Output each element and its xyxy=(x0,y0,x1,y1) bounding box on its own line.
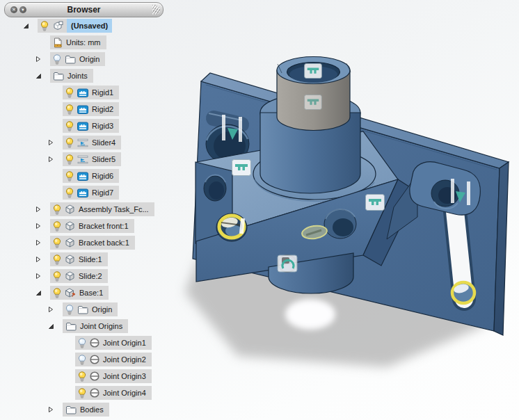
expand-triangle[interactable] xyxy=(47,405,55,414)
tree-item-label[interactable]: Rigid6 xyxy=(92,169,113,183)
browser-panel-header[interactable]: ✕ ▾ Browser xyxy=(4,2,163,17)
expand-triangle[interactable] xyxy=(47,305,55,314)
slider-joint-icon xyxy=(77,138,88,147)
expand-triangle[interactable] xyxy=(34,55,42,63)
tree-item[interactable]: Rigid1 xyxy=(63,86,119,99)
visibility-bulb-icon[interactable] xyxy=(65,305,74,315)
visibility-bulb-icon[interactable] xyxy=(65,88,74,98)
design-icon xyxy=(52,21,63,31)
tree-item-label[interactable]: Base:1 xyxy=(79,286,103,300)
tree-item[interactable]: Base:1 xyxy=(50,286,109,300)
component-grounded-icon xyxy=(65,288,76,298)
tree-item-label[interactable]: Joints xyxy=(67,69,88,83)
tree-item-label[interactable]: Rigid1 xyxy=(92,86,113,99)
tree-item[interactable]: Joint Origins xyxy=(63,319,128,333)
tree-item[interactable]: Bracket front:1 xyxy=(50,219,134,233)
tree-item[interactable]: Slider4 xyxy=(63,136,121,150)
tree-item[interactable]: Rigid3 xyxy=(63,119,119,133)
tree-item-label[interactable]: Bracket front:1 xyxy=(79,219,129,233)
tree-item-label[interactable]: Rigid7 xyxy=(92,186,113,200)
visibility-bulb-icon[interactable] xyxy=(78,338,86,348)
tree-row: Base:1 xyxy=(0,284,181,301)
tree-item-label[interactable]: Slider5 xyxy=(92,152,115,166)
tree-item[interactable]: Bodies xyxy=(63,403,109,417)
tree-item[interactable]: Rigid6 xyxy=(63,169,119,183)
expand-triangle[interactable] xyxy=(34,205,42,213)
tree-item[interactable]: (Unsaved) xyxy=(38,19,112,33)
front-hole-right[interactable] xyxy=(324,209,356,239)
tree-item-label[interactable]: (Unsaved) xyxy=(67,19,112,33)
visibility-bulb-icon[interactable] xyxy=(65,154,74,165)
tree-item-label[interactable]: Joint Origin4 xyxy=(103,386,146,400)
expand-triangle[interactable] xyxy=(34,72,42,80)
visibility-bulb-icon[interactable] xyxy=(53,221,61,232)
tree-item-label[interactable]: Rigid2 xyxy=(92,102,113,116)
expand-triangle[interactable] xyxy=(47,155,55,163)
visibility-bulb-icon[interactable] xyxy=(65,138,74,148)
visibility-bulb-icon[interactable] xyxy=(53,204,61,215)
tree-item[interactable]: Joint Origin1 xyxy=(75,336,152,350)
tree-item-label[interactable]: Joint Origin3 xyxy=(103,369,146,383)
tree-item-label[interactable]: Joint Origin2 xyxy=(103,353,146,366)
tree-item-label[interactable]: Joint Origin1 xyxy=(103,336,146,350)
tree-item[interactable]: Assembly Task_Fc... xyxy=(50,202,154,216)
panel-title: Browser xyxy=(5,5,163,15)
tree-item-label[interactable]: Units: mm xyxy=(66,35,101,49)
rigid-joint-glyph-sleeve[interactable] xyxy=(305,95,322,109)
expand-triangle[interactable] xyxy=(34,272,42,280)
expand-triangle[interactable] xyxy=(34,222,42,230)
tree-item[interactable]: Slide:2 xyxy=(50,269,108,283)
tree-item-label[interactable]: Slider4 xyxy=(92,136,115,150)
tree-item-label[interactable]: Assembly Task_Fc... xyxy=(79,202,149,216)
tree-item[interactable]: Rigid2 xyxy=(63,102,119,116)
visibility-bulb-icon[interactable] xyxy=(65,104,74,115)
visibility-bulb-icon[interactable] xyxy=(40,21,49,31)
tree-item-label[interactable]: Rigid3 xyxy=(92,119,113,133)
visibility-bulb-icon[interactable] xyxy=(53,54,61,65)
left-face-hole[interactable] xyxy=(204,175,226,201)
rigid-joint-glyph-top[interactable] xyxy=(305,63,322,78)
folder-icon xyxy=(65,55,76,64)
expand-triangle[interactable] xyxy=(34,289,42,297)
rigid-joint-glyph-left[interactable] xyxy=(232,160,251,176)
tree-item[interactable]: Joints xyxy=(50,69,93,83)
tree-item-label[interactable]: Bodies xyxy=(80,403,104,417)
visibility-bulb-icon[interactable] xyxy=(65,171,74,181)
visibility-bulb-icon[interactable] xyxy=(78,388,86,398)
tree-item-label[interactable]: Bracket back:1 xyxy=(79,236,129,250)
tree-item[interactable]: Slide:1 xyxy=(50,252,108,266)
expand-triangle[interactable] xyxy=(34,255,42,264)
tree-item[interactable]: Joint Origin4 xyxy=(75,386,152,400)
visibility-bulb-icon[interactable] xyxy=(65,188,74,198)
visibility-bulb-icon[interactable] xyxy=(53,238,61,248)
tree-item[interactable]: Bracket back:1 xyxy=(50,236,135,250)
tree-item[interactable]: Origin xyxy=(63,302,118,316)
tree-item-label[interactable]: Origin xyxy=(79,52,99,66)
visibility-bulb-icon[interactable] xyxy=(53,271,61,282)
tree-item[interactable]: Rigid7 xyxy=(63,186,119,200)
component-icon xyxy=(65,238,75,248)
visibility-bulb-icon[interactable] xyxy=(78,371,86,382)
tree-item-label[interactable]: Origin xyxy=(92,302,112,316)
visibility-bulb-icon[interactable] xyxy=(53,255,61,265)
front-hole-highlighted[interactable] xyxy=(216,213,247,241)
tree-item[interactable]: Origin xyxy=(50,52,105,66)
tree-item[interactable]: Units: mm xyxy=(50,35,106,49)
expand-triangle[interactable] xyxy=(22,22,30,30)
tree-item[interactable]: Joint Origin3 xyxy=(75,369,152,383)
rigid-joint-glyph-right[interactable] xyxy=(366,195,385,211)
component-icon xyxy=(65,255,75,264)
tree-item-label[interactable]: Joint Origins xyxy=(80,319,122,333)
expand-triangle[interactable] xyxy=(34,239,42,247)
tree-item[interactable]: Slider5 xyxy=(63,152,121,166)
tree-item-label[interactable]: Slide:2 xyxy=(79,269,102,283)
visibility-bulb-icon[interactable] xyxy=(65,121,74,131)
tree-item[interactable]: Joint Origin2 xyxy=(75,353,152,366)
visibility-bulb-icon[interactable] xyxy=(53,288,61,298)
highlight-yellow-right-slot[interactable] xyxy=(452,282,474,303)
expand-triangle[interactable] xyxy=(47,322,55,330)
tree-item-label[interactable]: Slide:1 xyxy=(79,252,102,266)
expand-triangle[interactable] xyxy=(47,138,55,147)
revolute-joint-glyph[interactable] xyxy=(278,255,297,272)
visibility-bulb-icon[interactable] xyxy=(78,355,86,365)
